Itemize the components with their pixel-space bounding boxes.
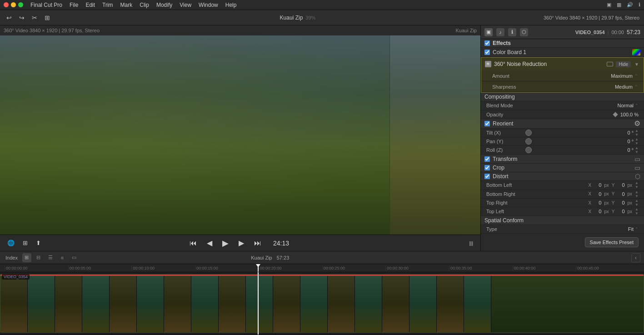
tl-y-value[interactable]: 0 (618, 209, 625, 214)
reorient-icon[interactable]: ⚙ (634, 119, 640, 128)
pan-unit: ° (632, 139, 634, 144)
roll-stepper[interactable]: ▲▼ (635, 146, 639, 154)
type-stepper[interactable]: ⌃ (635, 227, 639, 231)
tr-x-value[interactable]: 0 (594, 200, 601, 205)
timeline-playhead[interactable] (258, 272, 259, 335)
tl-x-value[interactable]: 0 (594, 209, 601, 214)
tr-stepper[interactable]: ▲▼ (635, 199, 639, 207)
index-label[interactable]: Index (4, 254, 20, 261)
video-canvas[interactable] (0, 35, 480, 235)
reorient-checkbox[interactable] (484, 121, 490, 126)
bl-stepper[interactable]: ▲▼ (635, 181, 639, 189)
play-button[interactable]: ▶ (220, 237, 231, 249)
menu-clip[interactable]: Clip (140, 2, 149, 8)
video-info: 360° Video 3840 × 1920 | 29.97 fps, Ster… (544, 15, 639, 20)
undo-button[interactable]: ↩ (5, 13, 14, 22)
type-row: Type Fit ⌃ (481, 225, 644, 234)
distort-label: Distort (493, 173, 509, 180)
menu-trim[interactable]: Trim (102, 2, 113, 8)
redo-button[interactable]: ↪ (17, 13, 26, 22)
inspector-icon-audio[interactable]: ♪ (496, 28, 504, 36)
br-x-value[interactable]: 0 (594, 191, 601, 197)
timeline-layout-btn3[interactable]: ☰ (46, 253, 55, 262)
noise-reduction-dropdown[interactable]: ▼ (634, 61, 640, 67)
br-y-value[interactable]: 0 (618, 191, 625, 197)
menu-modify[interactable]: Modify (156, 2, 172, 8)
inspector-timecode-separator: | (608, 30, 609, 35)
menu-fcp[interactable]: Final Cut Pro (30, 2, 62, 8)
roll-slider[interactable] (525, 147, 532, 153)
bl-x-value[interactable]: 0 (594, 182, 601, 188)
blend-mode-stepper[interactable]: ⌃ (635, 103, 639, 108)
video-clip[interactable] (0, 274, 644, 333)
globe-icon-btn[interactable]: 🌐 (5, 239, 17, 247)
cut-button[interactable]: ✂ (30, 13, 39, 22)
play-to-start-btn[interactable]: ⏮ (187, 238, 200, 248)
crop-rect-icon[interactable]: ▭ (634, 164, 640, 171)
menu-edit[interactable]: Edit (85, 2, 95, 8)
timeline-clip-appearance-btn[interactable]: ▭ (70, 253, 79, 262)
step-fwd-btn[interactable]: ▶ (236, 238, 247, 248)
tr-y-value[interactable]: 0 (618, 200, 625, 205)
share-btn[interactable]: ⬆ (33, 239, 44, 247)
pan-slider[interactable] (525, 138, 532, 145)
timeline-layout-btn2[interactable]: ⊟ (34, 253, 43, 262)
distort-checkbox[interactable] (484, 174, 490, 179)
blend-mode-row: Blend Mode Normal ⌃ (481, 101, 644, 110)
bl-y-value[interactable]: 0 (618, 182, 625, 188)
crop-checkbox[interactable] (484, 165, 490, 170)
tilt-label: Tilt (X) (486, 130, 523, 135)
playhead-triangle (255, 272, 261, 273)
snap-button[interactable]: ⊞ (43, 13, 52, 22)
color-board-icon[interactable] (632, 49, 640, 55)
menu-view[interactable]: View (180, 2, 191, 8)
timeline-back-btn[interactable]: ‹ (631, 253, 640, 262)
timeline-area: Index ⊞ ⊟ ☰ ≡ ▭ Kuaui Zip 57:23 ‹ 00:00:… (0, 251, 644, 335)
menu-file[interactable]: File (70, 2, 78, 8)
br-y-axis: Y (612, 191, 615, 196)
menu-help[interactable]: Help (225, 2, 237, 8)
menu-mark[interactable]: Mark (120, 2, 133, 8)
inspector-icon-info[interactable]: ℹ (508, 28, 516, 36)
timeline-layout-btn1[interactable]: ⊞ (22, 253, 31, 262)
save-effects-preset-button[interactable]: Save Effects Preset (585, 237, 639, 247)
tl-stepper[interactable]: ▲▼ (635, 207, 639, 215)
effects-checkbox[interactable] (484, 40, 490, 46)
audio-meter-btn[interactable]: ||| (466, 240, 476, 247)
amount-stepper[interactable]: ⌃ (634, 74, 638, 78)
br-stepper[interactable]: ▲▼ (635, 190, 639, 198)
step-back-btn[interactable]: ◀ (204, 238, 215, 248)
amount-value: Maximum (611, 73, 633, 79)
tilt-row: Tilt (X) 0 ° ▲▼ (481, 129, 644, 137)
noise-reduction-section: R 360° Noise Reduction Hide ▼ Amount Max… (481, 57, 644, 93)
br-y-unit: px (628, 191, 633, 196)
close-button[interactable] (4, 2, 9, 7)
timeline-tracks[interactable]: VIDEO_0354 (0, 272, 644, 335)
hide-button[interactable]: Hide (616, 61, 631, 67)
inspector-icon-video[interactable]: ▣ (484, 28, 493, 36)
tilt-slider[interactable] (525, 130, 532, 136)
top-left-label: Top Left (486, 209, 523, 214)
play-to-end-btn[interactable]: ⏭ (251, 238, 264, 248)
track-video-label: VIDEO_0354 (2, 274, 30, 280)
color-board-checkbox[interactable] (484, 50, 490, 55)
sharpness-stepper[interactable]: ⌃ (634, 85, 638, 89)
tilt-value: 0 (628, 130, 630, 135)
tilt-stepper[interactable]: ▲▼ (635, 129, 639, 137)
menu-window[interactable]: Window (199, 2, 218, 8)
transform-btn[interactable]: ⊞ (20, 239, 30, 247)
transform-checkbox[interactable] (484, 156, 490, 162)
pan-stepper[interactable]: ▲▼ (635, 137, 639, 145)
distort-rect-icon[interactable]: ⬡ (635, 173, 640, 180)
minimize-button[interactable] (11, 2, 16, 7)
timeline-zoom-btn[interactable]: ≡ (58, 253, 67, 262)
transform-rect-icon[interactable]: ▭ (634, 155, 640, 163)
maximize-button[interactable] (18, 2, 23, 7)
opacity-keyframe-icon[interactable] (613, 112, 618, 117)
playback-timecode: 24:13 (273, 240, 289, 247)
main-area: 360° Video 3840 × 1920 | 29.97 fps, Ster… (0, 25, 644, 251)
inspector-icon-share[interactable]: ⬡ (520, 28, 528, 36)
roll-unit: ° (632, 147, 634, 153)
video-info-bar: 360° Video 3840 × 1920 | 29.97 fps, Ster… (0, 25, 480, 35)
toolbar-center: Kuaui Zip 39% (55, 15, 540, 21)
